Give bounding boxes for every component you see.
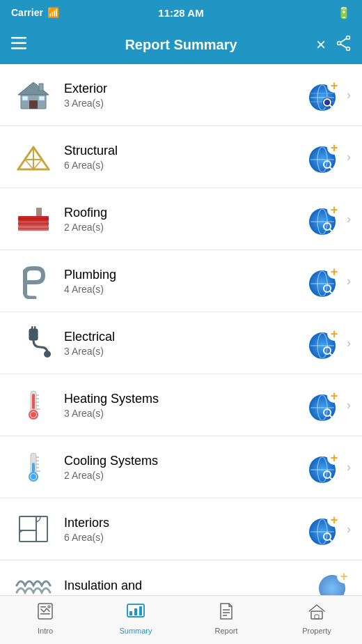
svg-rect-38 xyxy=(18,221,49,226)
interiors-text: Interiors 6 Area(s) xyxy=(64,516,309,543)
svg-point-5 xyxy=(338,41,341,45)
svg-line-27 xyxy=(25,160,33,169)
structural-actions: + › xyxy=(309,141,351,173)
list-item[interactable]: Structural 6 Area(s) + › xyxy=(0,126,362,188)
tab-intro[interactable]: Intro xyxy=(0,596,90,644)
electrical-text: Electrical 3 Area(s) xyxy=(64,330,309,357)
add-report-icon[interactable]: + xyxy=(309,265,341,297)
add-report-icon[interactable]: + xyxy=(309,451,341,483)
share-icon[interactable] xyxy=(337,36,351,54)
plus-badge: + xyxy=(327,203,341,217)
svg-rect-54 xyxy=(29,329,38,340)
svg-rect-102 xyxy=(40,606,46,608)
svg-line-30 xyxy=(42,160,49,169)
svg-rect-12 xyxy=(39,96,45,100)
tab-report[interactable]: Report xyxy=(181,596,272,644)
exterior-text: Exterior 3 Area(s) xyxy=(64,82,309,109)
svg-rect-2 xyxy=(11,47,26,49)
carrier-label: Carrier xyxy=(11,7,43,18)
menu-icon[interactable] xyxy=(11,37,26,53)
svg-point-4 xyxy=(347,47,350,50)
tab-property[interactable]: Property xyxy=(272,596,362,644)
add-report-icon[interactable]: + xyxy=(309,327,341,359)
svg-rect-10 xyxy=(29,100,38,109)
tab-property-label: Property xyxy=(302,627,331,635)
structural-subtitle: 6 Area(s) xyxy=(64,160,309,171)
header-right: × xyxy=(316,35,351,54)
list-item[interactable]: Plumbing 4 Area(s) + › xyxy=(0,250,362,312)
tab-report-label: Report xyxy=(214,627,237,635)
add-report-icon[interactable]: + xyxy=(309,513,341,545)
list-item[interactable]: Heating Systems 3 Area(s) + › xyxy=(0,374,362,436)
add-report-icon[interactable]: + xyxy=(319,569,351,595)
add-report-icon[interactable]: + xyxy=(309,389,341,421)
interiors-title: Interiors xyxy=(64,516,309,530)
svg-line-28 xyxy=(33,160,42,169)
chevron-icon: › xyxy=(347,88,351,102)
plus-badge: + xyxy=(327,389,341,403)
svg-rect-107 xyxy=(134,608,137,615)
chevron-icon: › xyxy=(347,522,351,537)
svg-line-29 xyxy=(18,160,25,169)
svg-rect-106 xyxy=(129,611,132,615)
add-report-icon[interactable]: + xyxy=(309,79,341,111)
svg-rect-55 xyxy=(31,326,33,330)
exterior-actions: + › xyxy=(309,79,351,111)
plumbing-actions: + › xyxy=(309,265,351,297)
plus-badge: + xyxy=(327,327,341,341)
plus-badge: + xyxy=(327,265,341,279)
svg-rect-0 xyxy=(11,37,26,39)
svg-point-80 xyxy=(31,474,37,480)
svg-line-6 xyxy=(341,38,347,42)
list-item[interactable]: Exterior 3 Area(s) xyxy=(0,64,362,126)
chevron-icon: › xyxy=(347,460,351,475)
list-item[interactable]: Roofing 2 Area(s) + › xyxy=(0,188,362,250)
plumbing-title: Plumbing xyxy=(64,268,309,282)
plumbing-icon xyxy=(11,259,56,303)
svg-rect-13 xyxy=(39,84,43,91)
plus-badge: + xyxy=(327,513,341,527)
interiors-actions: + › xyxy=(309,513,351,545)
chevron-icon: › xyxy=(347,212,351,227)
svg-rect-1 xyxy=(11,42,26,44)
add-report-icon[interactable]: + xyxy=(309,203,341,235)
svg-rect-56 xyxy=(34,326,36,330)
cooling-title: Cooling Systems xyxy=(64,454,309,468)
list-item[interactable]: Cooling Systems 2 Area(s) + › xyxy=(0,436,362,498)
roofing-icon xyxy=(11,197,56,241)
exterior-title: Exterior xyxy=(64,82,309,96)
cooling-icon xyxy=(11,445,56,489)
electrical-icon xyxy=(11,321,56,365)
plumbing-text: Plumbing 4 Area(s) xyxy=(64,268,309,295)
svg-rect-11 xyxy=(22,96,28,100)
svg-line-7 xyxy=(341,44,347,47)
electrical-subtitle: 3 Area(s) xyxy=(64,346,309,357)
electrical-actions: + › xyxy=(309,327,351,359)
list-item[interactable]: Electrical 3 Area(s) + › xyxy=(0,312,362,374)
svg-rect-91 xyxy=(19,516,47,542)
list-item-partial[interactable]: Insulation and + xyxy=(0,560,362,595)
list-item[interactable]: Interiors 6 Area(s) + › xyxy=(0,498,362,560)
report-icon xyxy=(219,602,234,624)
plus-badge: + xyxy=(337,569,351,583)
header-left xyxy=(11,37,26,53)
heating-title: Heating Systems xyxy=(64,392,309,406)
plus-badge: + xyxy=(327,451,341,465)
plus-badge: + xyxy=(327,141,341,155)
roofing-text: Roofing 2 Area(s) xyxy=(64,206,309,233)
cooling-text: Cooling Systems 2 Area(s) xyxy=(64,454,309,481)
svg-point-3 xyxy=(347,36,350,39)
add-report-icon[interactable]: + xyxy=(309,141,341,173)
svg-rect-108 xyxy=(139,606,142,615)
cooling-actions: + › xyxy=(309,451,351,483)
heating-actions: + › xyxy=(309,389,351,421)
roofing-subtitle: 2 Area(s) xyxy=(64,222,309,233)
status-bar-left: Carrier 📶 xyxy=(11,7,59,18)
wifi-icon: 📶 xyxy=(47,7,59,18)
svg-rect-64 xyxy=(32,394,35,409)
tab-summary[interactable]: Summary xyxy=(90,596,181,644)
interiors-subtitle: 6 Area(s) xyxy=(64,532,309,543)
close-icon[interactable]: × xyxy=(316,35,326,54)
header: Report Summary × xyxy=(0,25,362,64)
exterior-subtitle: 3 Area(s) xyxy=(64,98,309,109)
